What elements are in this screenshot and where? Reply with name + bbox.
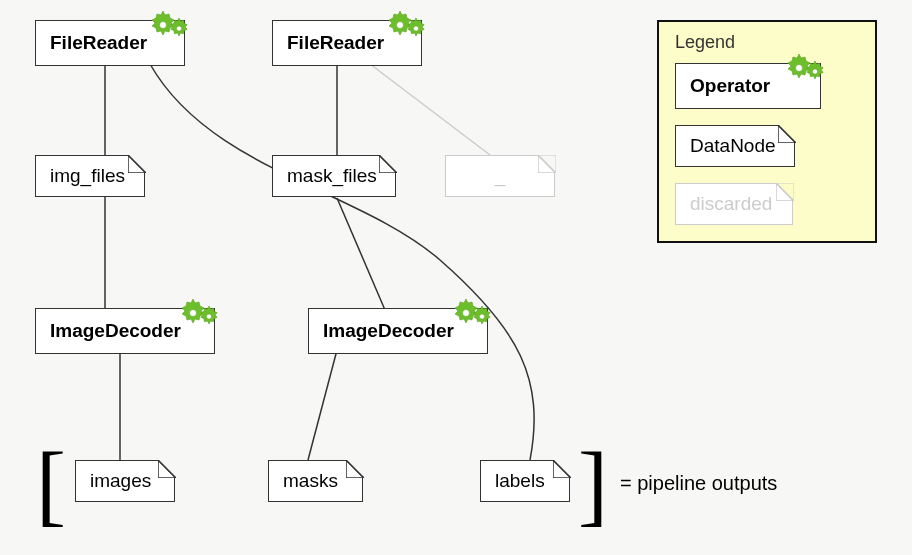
legend-title: Legend (675, 32, 859, 53)
svg-point-23 (479, 314, 484, 319)
img-files-node: img_files (35, 155, 145, 197)
page-fold-icon (778, 125, 796, 143)
pipeline-outputs-label: = pipeline outputs (620, 472, 777, 495)
page-fold-icon (776, 183, 794, 201)
filereader-2: FileReader (272, 20, 422, 66)
page-fold-icon (158, 460, 176, 478)
gears-icon (150, 9, 192, 50)
bracket-left: [ (36, 440, 66, 530)
node-label: Operator (690, 75, 770, 97)
page-fold-icon (553, 460, 571, 478)
svg-point-34 (812, 69, 817, 74)
svg-point-21 (206, 314, 211, 319)
node-label: DataNode (690, 135, 776, 157)
legend-discarded: discarded (675, 183, 793, 225)
node-label: mask_files (287, 165, 377, 187)
svg-point-10 (413, 26, 418, 31)
node-label: images (90, 470, 151, 492)
imagedecoder-2: ImageDecoder (308, 308, 488, 354)
svg-point-33 (796, 65, 803, 72)
bracket-right: ] (578, 440, 608, 530)
labels-output: labels (480, 460, 570, 502)
page-fold-icon (346, 460, 364, 478)
filereader-1: FileReader (35, 20, 185, 66)
svg-point-9 (397, 22, 404, 29)
node-label: img_files (50, 165, 125, 187)
discarded-node: _ (445, 155, 555, 197)
svg-point-20 (190, 310, 197, 317)
mask-files-node: mask_files (272, 155, 396, 197)
gears-icon (453, 297, 495, 338)
node-label: labels (495, 470, 545, 492)
node-label: discarded (690, 193, 772, 215)
gears-icon (387, 9, 429, 50)
legend-datanode: DataNode (675, 125, 795, 167)
masks-output: masks (268, 460, 363, 502)
legend-box: Legend Operator DataNode discarded (657, 20, 877, 243)
images-output: images (75, 460, 175, 502)
node-label: ImageDecoder (323, 320, 454, 342)
node-label: ImageDecoder (50, 320, 181, 342)
page-fold-icon (538, 155, 556, 173)
page-fold-icon (379, 155, 397, 173)
svg-line-4 (337, 198, 385, 310)
svg-point-22 (463, 310, 470, 317)
node-label: FileReader (50, 32, 147, 54)
svg-point-7 (160, 22, 167, 29)
svg-line-6 (370, 64, 490, 155)
gears-icon (180, 297, 222, 338)
node-label: masks (283, 470, 338, 492)
svg-line-5 (308, 350, 337, 460)
imagedecoder-1: ImageDecoder (35, 308, 215, 354)
node-label: FileReader (287, 32, 384, 54)
page-fold-icon (128, 155, 146, 173)
legend-operator: Operator (675, 63, 821, 109)
gears-icon (786, 52, 828, 93)
node-label: _ (495, 165, 506, 187)
svg-point-8 (176, 26, 181, 31)
